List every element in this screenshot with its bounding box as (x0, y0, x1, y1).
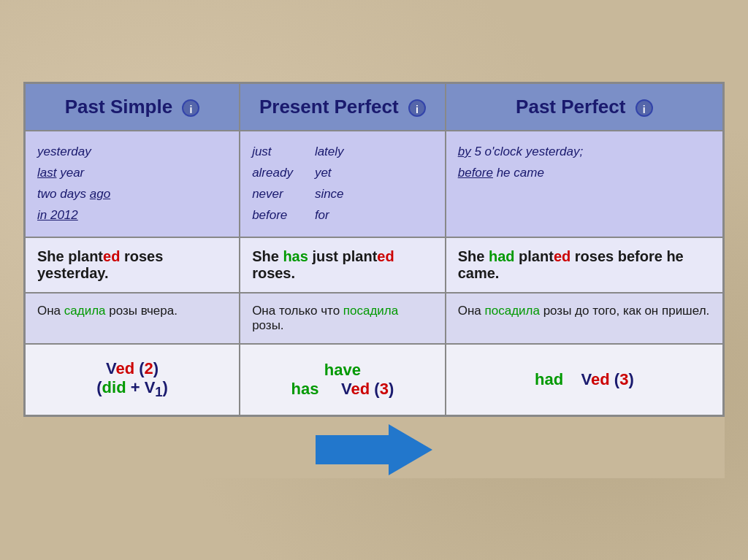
svg-marker-0 (316, 424, 432, 475)
header-present-perfect: Present Perfect i (240, 83, 446, 131)
example-col-2: She has just planted roses. (240, 237, 446, 293)
russian-col-2: Она только что посадила розы. (240, 293, 446, 344)
example-col-1: She planted roses yesterday. (25, 237, 240, 293)
russian-translation-row: Она садила розы вчера. Она только что по… (25, 293, 724, 344)
signal-col-2: just already never before lately yet sin… (240, 131, 446, 237)
formula-col-1: Ved (2) (did + V1) (25, 344, 240, 416)
header-past-simple: Past Simple i (25, 83, 240, 131)
arrow-container (23, 417, 725, 478)
info-icon-past-simple[interactable]: i (182, 99, 199, 117)
info-icon-present-perfect[interactable]: i (408, 99, 426, 117)
russian-col-1: Она садила розы вчера. (25, 293, 240, 344)
signal-words-row: yesterday last year two days ago in 2012… (25, 131, 724, 237)
formula-col-3: had Ved (3) (446, 344, 724, 416)
header-past-perfect: Past Perfect i (446, 83, 724, 131)
example-sentences-row: She planted roses yesterday. She has jus… (25, 237, 724, 293)
signal-col-3: by 5 o'clock yesterday; before he came (446, 131, 724, 237)
russian-col-3: Она посадила розы до того, как он пришел… (446, 293, 724, 344)
formula-row: Ved (2) (did + V1) have has Ved (3) (25, 344, 724, 416)
example-col-3: She had planted roses before he came. (446, 237, 724, 293)
direction-arrow (316, 424, 432, 475)
info-icon-past-perfect[interactable]: i (636, 99, 653, 117)
signal-col-1: yesterday last year two days ago in 2012 (25, 131, 240, 237)
formula-col-2: have has Ved (3) (240, 344, 446, 416)
